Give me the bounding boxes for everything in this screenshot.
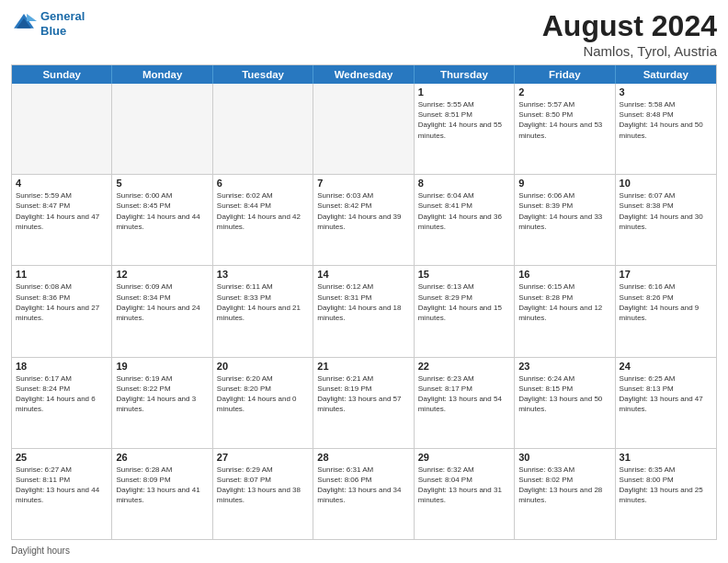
calendar-day-header: Tuesday bbox=[213, 65, 313, 84]
day-info: Sunrise: 6:31 AM Sunset: 8:06 PM Dayligh… bbox=[317, 465, 409, 506]
calendar-cell: 31Sunrise: 6:35 AM Sunset: 8:00 PM Dayli… bbox=[616, 449, 716, 539]
day-number: 14 bbox=[317, 269, 409, 280]
day-number: 11 bbox=[16, 269, 108, 280]
day-number: 31 bbox=[620, 452, 712, 463]
day-number: 9 bbox=[518, 178, 610, 189]
day-info: Sunrise: 6:03 AM Sunset: 8:42 PM Dayligh… bbox=[317, 190, 409, 232]
calendar-cell: 19Sunrise: 6:19 AM Sunset: 8:22 PM Dayli… bbox=[112, 358, 212, 448]
day-number: 16 bbox=[518, 269, 610, 280]
day-info: Sunrise: 6:33 AM Sunset: 8:02 PM Dayligh… bbox=[518, 465, 610, 506]
day-info: Sunrise: 6:11 AM Sunset: 8:33 PM Dayligh… bbox=[217, 282, 309, 323]
day-info: Sunrise: 6:20 AM Sunset: 8:20 PM Dayligh… bbox=[217, 373, 309, 415]
calendar-cell: 3Sunrise: 5:58 AM Sunset: 8:48 PM Daylig… bbox=[616, 84, 716, 174]
day-info: Sunrise: 5:58 AM Sunset: 8:48 PM Dayligh… bbox=[620, 99, 712, 141]
page-title: August 2024 bbox=[542, 9, 717, 43]
calendar-cell: 9Sunrise: 6:06 AM Sunset: 8:39 PM Daylig… bbox=[515, 175, 615, 265]
day-number: 15 bbox=[418, 269, 510, 280]
day-info: Sunrise: 6:06 AM Sunset: 8:39 PM Dayligh… bbox=[518, 190, 610, 232]
calendar-header-row: SundayMondayTuesdayWednesdayThursdayFrid… bbox=[12, 65, 716, 84]
calendar-day-header: Wednesday bbox=[313, 65, 414, 84]
day-info: Sunrise: 6:25 AM Sunset: 8:13 PM Dayligh… bbox=[620, 373, 712, 415]
day-number: 26 bbox=[116, 452, 208, 463]
calendar-day-header: Saturday bbox=[616, 65, 716, 84]
calendar-week-row: 25Sunrise: 6:27 AM Sunset: 8:11 PM Dayli… bbox=[12, 448, 716, 539]
page: General Blue August 2024 Namlos, Tyrol, … bbox=[0, 0, 728, 563]
day-info: Sunrise: 6:27 AM Sunset: 8:11 PM Dayligh… bbox=[16, 465, 108, 506]
day-number: 8 bbox=[418, 178, 510, 189]
day-info: Sunrise: 6:28 AM Sunset: 8:09 PM Dayligh… bbox=[116, 465, 208, 506]
calendar-day-header: Sunday bbox=[12, 65, 112, 84]
calendar-day-header: Monday bbox=[112, 65, 212, 84]
calendar-cell: 27Sunrise: 6:29 AM Sunset: 8:07 PM Dayli… bbox=[213, 449, 313, 539]
day-number: 25 bbox=[16, 452, 108, 463]
calendar-cell: 28Sunrise: 6:31 AM Sunset: 8:06 PM Dayli… bbox=[313, 449, 414, 539]
calendar-cell: 20Sunrise: 6:20 AM Sunset: 8:20 PM Dayli… bbox=[213, 358, 313, 448]
day-info: Sunrise: 6:17 AM Sunset: 8:24 PM Dayligh… bbox=[16, 373, 108, 415]
day-info: Sunrise: 6:15 AM Sunset: 8:28 PM Dayligh… bbox=[518, 282, 610, 323]
day-number: 6 bbox=[217, 178, 309, 189]
day-number: 19 bbox=[116, 361, 208, 372]
day-info: Sunrise: 6:04 AM Sunset: 8:41 PM Dayligh… bbox=[418, 190, 510, 232]
calendar-cell bbox=[12, 84, 112, 174]
calendar-cell: 15Sunrise: 6:13 AM Sunset: 8:29 PM Dayli… bbox=[415, 266, 515, 356]
day-number: 29 bbox=[418, 452, 510, 463]
calendar-week-row: 18Sunrise: 6:17 AM Sunset: 8:24 PM Dayli… bbox=[12, 357, 716, 448]
day-number: 10 bbox=[620, 178, 712, 189]
calendar-cell: 10Sunrise: 6:07 AM Sunset: 8:38 PM Dayli… bbox=[616, 175, 716, 265]
day-number: 21 bbox=[317, 361, 409, 372]
page-subtitle: Namlos, Tyrol, Austria bbox=[542, 43, 717, 59]
calendar-body: 1Sunrise: 5:55 AM Sunset: 8:51 PM Daylig… bbox=[12, 84, 716, 539]
day-info: Sunrise: 5:55 AM Sunset: 8:51 PM Dayligh… bbox=[418, 99, 510, 141]
calendar-cell: 16Sunrise: 6:15 AM Sunset: 8:28 PM Dayli… bbox=[515, 266, 615, 356]
calendar-cell: 2Sunrise: 5:57 AM Sunset: 8:50 PM Daylig… bbox=[515, 84, 615, 174]
calendar-cell: 17Sunrise: 6:16 AM Sunset: 8:26 PM Dayli… bbox=[616, 266, 716, 356]
day-number: 28 bbox=[317, 452, 409, 463]
calendar-cell: 4Sunrise: 5:59 AM Sunset: 8:47 PM Daylig… bbox=[12, 175, 112, 265]
day-info: Sunrise: 5:57 AM Sunset: 8:50 PM Dayligh… bbox=[518, 99, 610, 141]
footer-note: Daylight hours bbox=[11, 544, 717, 556]
day-number: 4 bbox=[16, 178, 108, 189]
logo-line2: Blue bbox=[40, 24, 66, 38]
logo: General Blue bbox=[11, 9, 85, 38]
day-number: 5 bbox=[116, 178, 208, 189]
calendar-cell: 11Sunrise: 6:08 AM Sunset: 8:36 PM Dayli… bbox=[12, 266, 112, 356]
calendar-cell: 30Sunrise: 6:33 AM Sunset: 8:02 PM Dayli… bbox=[515, 449, 615, 539]
calendar-cell: 1Sunrise: 5:55 AM Sunset: 8:51 PM Daylig… bbox=[415, 84, 515, 174]
calendar-cell bbox=[112, 84, 212, 174]
logo-text: General Blue bbox=[40, 9, 85, 38]
day-number: 30 bbox=[518, 452, 610, 463]
calendar-cell: 25Sunrise: 6:27 AM Sunset: 8:11 PM Dayli… bbox=[12, 449, 112, 539]
calendar-cell: 7Sunrise: 6:03 AM Sunset: 8:42 PM Daylig… bbox=[313, 175, 414, 265]
day-info: Sunrise: 6:12 AM Sunset: 8:31 PM Dayligh… bbox=[317, 282, 409, 323]
day-number: 23 bbox=[518, 361, 610, 372]
day-info: Sunrise: 6:00 AM Sunset: 8:45 PM Dayligh… bbox=[116, 190, 208, 232]
day-number: 24 bbox=[620, 361, 712, 372]
calendar-week-row: 4Sunrise: 5:59 AM Sunset: 8:47 PM Daylig… bbox=[12, 174, 716, 265]
day-number: 2 bbox=[518, 86, 610, 98]
calendar-cell bbox=[213, 84, 313, 174]
day-number: 17 bbox=[620, 269, 712, 280]
day-number: 20 bbox=[217, 361, 309, 372]
day-info: Sunrise: 6:16 AM Sunset: 8:26 PM Dayligh… bbox=[620, 282, 712, 323]
day-info: Sunrise: 6:35 AM Sunset: 8:00 PM Dayligh… bbox=[620, 465, 712, 506]
day-info: Sunrise: 6:19 AM Sunset: 8:22 PM Dayligh… bbox=[116, 373, 208, 415]
day-info: Sunrise: 6:13 AM Sunset: 8:29 PM Dayligh… bbox=[418, 282, 510, 323]
day-number: 1 bbox=[418, 86, 510, 98]
calendar-day-header: Friday bbox=[515, 65, 615, 84]
calendar-cell: 13Sunrise: 6:11 AM Sunset: 8:33 PM Dayli… bbox=[213, 266, 313, 356]
calendar-cell: 29Sunrise: 6:32 AM Sunset: 8:04 PM Dayli… bbox=[415, 449, 515, 539]
calendar-day-header: Thursday bbox=[415, 65, 515, 84]
calendar-cell: 24Sunrise: 6:25 AM Sunset: 8:13 PM Dayli… bbox=[616, 358, 716, 448]
day-number: 22 bbox=[418, 361, 510, 372]
day-info: Sunrise: 5:59 AM Sunset: 8:47 PM Dayligh… bbox=[16, 190, 108, 232]
logo-icon bbox=[11, 11, 37, 37]
calendar-cell: 12Sunrise: 6:09 AM Sunset: 8:34 PM Dayli… bbox=[112, 266, 212, 356]
day-info: Sunrise: 6:02 AM Sunset: 8:44 PM Dayligh… bbox=[217, 190, 309, 232]
calendar-week-row: 11Sunrise: 6:08 AM Sunset: 8:36 PM Dayli… bbox=[12, 265, 716, 356]
day-info: Sunrise: 6:32 AM Sunset: 8:04 PM Dayligh… bbox=[418, 465, 510, 506]
calendar-cell: 14Sunrise: 6:12 AM Sunset: 8:31 PM Dayli… bbox=[313, 266, 414, 356]
calendar-week-row: 1Sunrise: 5:55 AM Sunset: 8:51 PM Daylig… bbox=[12, 84, 716, 174]
day-number: 18 bbox=[16, 361, 108, 372]
day-number: 27 bbox=[217, 452, 309, 463]
day-number: 12 bbox=[116, 269, 208, 280]
